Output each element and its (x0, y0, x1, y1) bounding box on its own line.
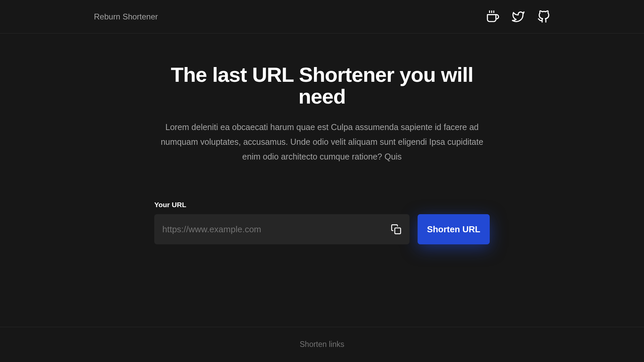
svg-rect-3 (395, 228, 400, 234)
logo[interactable]: Reburn Shortener (94, 12, 158, 21)
hero-title: The last URL Shortener you will need (158, 64, 486, 107)
main-content: The last URL Shortener you will need Lor… (0, 34, 644, 327)
github-icon[interactable] (537, 10, 550, 23)
url-input[interactable] (154, 214, 410, 244)
form-section: Your URL Shorten URL (154, 201, 490, 244)
footer-text: Shorten links (300, 340, 344, 349)
copy-icon[interactable] (391, 224, 401, 235)
shorten-button[interactable]: Shorten URL (418, 214, 490, 244)
form-row: Shorten URL (154, 214, 490, 244)
url-input-label: Your URL (154, 201, 490, 209)
hero-description: Lorem deleniti ea obcaecati harum quae e… (154, 120, 490, 164)
header-icons (486, 10, 550, 23)
coffee-icon[interactable] (486, 10, 499, 23)
input-wrapper (154, 214, 410, 244)
header: Reburn Shortener (0, 0, 644, 34)
footer: Shorten links (0, 327, 644, 362)
twitter-icon[interactable] (512, 10, 525, 23)
